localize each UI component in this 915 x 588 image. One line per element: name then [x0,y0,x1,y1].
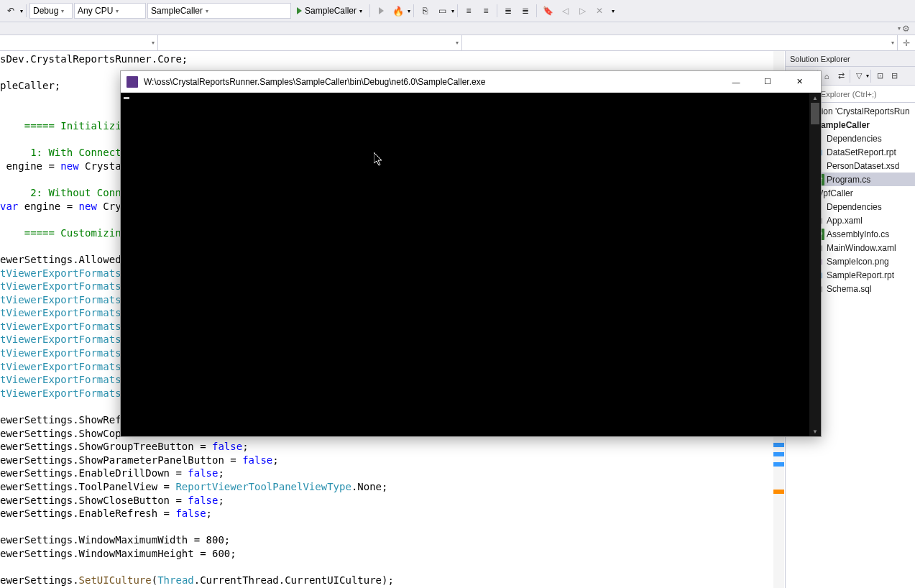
start-debug-button[interactable]: SampleCaller ▾ [293,3,367,19]
nav-member-dropdown[interactable]: ▾ [462,35,898,50]
terminal-cursor [124,97,129,99]
bookmark-icon[interactable]: 🔖 [540,3,556,19]
close-button[interactable]: ✕ [783,71,815,93]
nav-project-dropdown[interactable]: ▾ [0,35,158,50]
code-nav-bar: ▾ ▾ ▾ ✛ [0,35,915,51]
nav-class-dropdown[interactable]: ▾ [158,35,462,50]
bookmark-prev-icon: ◁ [557,3,573,19]
tb-uncomment-icon[interactable]: ≣ [518,3,533,19]
sync-icon[interactable]: ⊡ [873,69,887,83]
console-window: W:\oss\CrystalReportsRunner.Samples\Samp… [120,70,822,437]
console-title-text: W:\oss\CrystalReportsRunner.Samples\Samp… [144,77,720,87]
bookmark-next-icon: ▷ [574,3,590,19]
scroll-indicator [773,452,784,456]
scroll-indicator [773,462,784,467]
play-icon [297,7,302,14]
split-editor-button[interactable]: ✛ [898,35,915,50]
collapse-icon[interactable]: ⊟ [887,69,901,83]
startup-project-dropdown[interactable]: SampleCaller▾ [147,3,291,19]
config-dropdown[interactable]: Debug▾ [29,3,73,19]
scroll-up-icon[interactable]: ▲ [809,93,821,103]
home-icon[interactable]: ⌂ [819,69,834,83]
tb-layout-icon[interactable]: ▭ [434,3,450,19]
tb-comment-icon[interactable]: ≣ [500,3,516,19]
switch-views-icon[interactable]: ⇄ [834,69,848,83]
app-icon [127,76,138,88]
hot-reload-button[interactable]: 🔥 [390,3,406,19]
tb-outdent-icon[interactable]: ≡ [478,3,494,19]
scroll-indicator [773,443,784,447]
scroll-indicator [773,490,784,494]
main-toolbar: ↶ ▾ Debug▾ Any CPU▾ SampleCaller▾ Sample… [0,0,915,22]
tb-step-icon[interactable]: ⎘ [417,3,433,19]
scroll-down-icon[interactable]: ▼ [809,426,821,436]
console-titlebar[interactable]: W:\oss\CrystalReportsRunner.Samples\Samp… [121,71,821,93]
mouse-cursor-icon [374,152,384,167]
maximize-button[interactable]: ☐ [752,71,783,93]
gear-icon[interactable]: ⚙ [902,24,912,34]
console-body[interactable] [121,93,821,436]
scroll-thumb[interactable] [811,103,819,124]
undo-icon[interactable]: ↶ [3,3,19,19]
panel-title: Solution Explorer [786,51,915,67]
tb-indent-icon[interactable]: ≡ [461,3,477,19]
bookmark-clear-icon: ✕ [592,3,607,19]
overflow-arrow-icon[interactable]: ▾ [898,25,901,32]
minimize-button[interactable]: — [720,71,752,93]
console-scrollbar[interactable]: ▲ ▼ [809,93,821,436]
platform-dropdown[interactable]: Any CPU▾ [74,3,146,19]
filter-icon[interactable]: ▽ [852,69,866,83]
start-nodebug-button[interactable] [373,3,389,19]
tab-band: ▾ ⚙ [0,22,915,35]
